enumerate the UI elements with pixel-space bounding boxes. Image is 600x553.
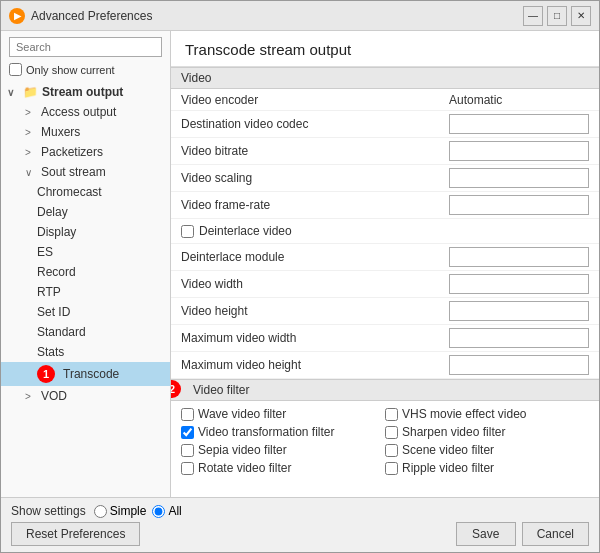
vlc-icon: ▶ xyxy=(9,8,25,24)
filter-item-ripple: Ripple video filter xyxy=(385,459,589,477)
scene-filter-checkbox[interactable] xyxy=(385,444,398,457)
reset-preferences-button[interactable]: Reset Preferences xyxy=(11,522,140,546)
expander-vod: > xyxy=(25,391,37,402)
sepia-filter-label: Sepia video filter xyxy=(198,443,287,457)
ripple-filter-checkbox[interactable] xyxy=(385,462,398,475)
dest-codec-input[interactable] xyxy=(449,114,589,134)
sidebar-item-record[interactable]: Record xyxy=(1,262,170,282)
transformation-filter-checkbox[interactable] xyxy=(181,426,194,439)
rotate-filter-label: Rotate video filter xyxy=(198,461,291,475)
sidebar-item-display-label: Display xyxy=(37,225,76,239)
rotate-filter-checkbox[interactable] xyxy=(181,462,194,475)
sidebar-item-chromecast-label: Chromecast xyxy=(37,185,102,199)
sidebar-item-vod[interactable]: > VOD xyxy=(1,386,170,406)
video-section-header: Video xyxy=(171,67,599,89)
filter-item-wave: Wave video filter xyxy=(181,405,385,423)
dest-codec-label: Destination video codec xyxy=(181,117,449,131)
sepia-filter-checkbox[interactable] xyxy=(181,444,194,457)
main-content: Only show current ∨ 📁 Stream output > Ac… xyxy=(1,31,599,497)
deinterlace-checkbox[interactable] xyxy=(181,225,194,238)
sidebar-item-stream-output[interactable]: ∨ 📁 Stream output xyxy=(1,82,170,102)
deinterlace-module-input[interactable] xyxy=(449,247,589,267)
sidebar-item-access-output-label: Access output xyxy=(41,105,116,119)
sidebar-item-chromecast[interactable]: Chromecast xyxy=(1,182,170,202)
title-bar-left: ▶ Advanced Preferences xyxy=(9,8,152,24)
transformation-filter-label: Video transformation filter xyxy=(198,425,335,439)
sidebar-item-delay[interactable]: Delay xyxy=(1,202,170,222)
setting-row-dest-codec: Destination video codec xyxy=(171,111,599,138)
sidebar-item-sout-stream[interactable]: ∨ Sout stream xyxy=(1,162,170,182)
deinterlace-label: Deinterlace video xyxy=(199,224,292,238)
video-bitrate-input[interactable] xyxy=(449,141,589,161)
sharpen-filter-checkbox[interactable] xyxy=(385,426,398,439)
sidebar-item-stream-output-label: Stream output xyxy=(42,85,123,99)
setting-row-deinterlace-module: Deinterlace module xyxy=(171,244,599,271)
max-video-height-label: Maximum video height xyxy=(181,358,449,372)
title-bar: ▶ Advanced Preferences — □ ✕ xyxy=(1,1,599,31)
simple-radio[interactable] xyxy=(94,505,107,518)
sidebar-item-stats-label: Stats xyxy=(37,345,64,359)
setting-row-deinterlace: Deinterlace video xyxy=(171,219,599,244)
radio-option-simple: Simple xyxy=(94,504,147,518)
sidebar-item-sout-stream-label: Sout stream xyxy=(41,165,106,179)
all-radio[interactable] xyxy=(152,505,165,518)
sidebar-item-standard[interactable]: Standard xyxy=(1,322,170,342)
video-width-input[interactable] xyxy=(449,274,589,294)
annotation-badge-2: 2 xyxy=(171,380,181,398)
tree: ∨ 📁 Stream output > Access output > Muxe… xyxy=(1,82,170,497)
save-button[interactable]: Save xyxy=(456,522,516,546)
sidebar-item-access-output[interactable]: > Access output xyxy=(1,102,170,122)
sidebar-item-packetizers[interactable]: > Packetizers xyxy=(1,142,170,162)
setting-row-video-bitrate: Video bitrate xyxy=(171,138,599,165)
sidebar-item-vod-label: VOD xyxy=(41,389,67,403)
expander-access-output: > xyxy=(25,107,37,118)
close-button[interactable]: ✕ xyxy=(571,6,591,26)
sidebar-item-standard-label: Standard xyxy=(37,325,86,339)
expander-muxers: > xyxy=(25,127,37,138)
sidebar-item-es[interactable]: ES xyxy=(1,242,170,262)
video-encoder-label: Video encoder xyxy=(181,93,449,107)
radio-group-settings: Simple All xyxy=(94,504,182,518)
max-video-width-input[interactable] xyxy=(449,328,589,348)
expander-packetizers: > xyxy=(25,147,37,158)
sidebar-item-muxers[interactable]: > Muxers xyxy=(1,122,170,142)
wave-filter-checkbox[interactable] xyxy=(181,408,194,421)
only-show-current-checkbox[interactable] xyxy=(9,63,22,76)
max-video-height-input[interactable] xyxy=(449,355,589,375)
filter-item-transformation: Video transformation filter xyxy=(181,423,385,441)
setting-row-video-height: Video height xyxy=(171,298,599,325)
bottom-bar: Show settings Simple All Reset Preferenc… xyxy=(1,497,599,552)
deinterlace-checkbox-row: Deinterlace video xyxy=(181,222,292,240)
left-panel: Only show current ∨ 📁 Stream output > Ac… xyxy=(1,31,171,497)
maximize-button[interactable]: □ xyxy=(547,6,567,26)
sidebar-item-rtp[interactable]: RTP xyxy=(1,282,170,302)
video-framerate-input[interactable] xyxy=(449,195,589,215)
sidebar-item-transcode[interactable]: 1 Transcode xyxy=(1,362,170,386)
page-title: Transcode stream output xyxy=(185,41,351,58)
window-title: Advanced Preferences xyxy=(31,9,152,23)
only-show-current-label: Only show current xyxy=(26,64,115,76)
video-height-input[interactable] xyxy=(449,301,589,321)
sidebar-item-stream-output-icon: 📁 xyxy=(23,85,38,99)
max-video-width-label: Maximum video width xyxy=(181,331,449,345)
setting-row-video-width: Video width xyxy=(171,271,599,298)
simple-radio-label: Simple xyxy=(110,504,147,518)
sidebar-item-set-id[interactable]: Set ID xyxy=(1,302,170,322)
minimize-button[interactable]: — xyxy=(523,6,543,26)
setting-row-max-video-height: Maximum video height xyxy=(171,352,599,379)
vhs-filter-checkbox[interactable] xyxy=(385,408,398,421)
sidebar-item-rtp-label: RTP xyxy=(37,285,61,299)
sharpen-filter-label: Sharpen video filter xyxy=(402,425,505,439)
filter-grid: Wave video filter VHS movie effect video… xyxy=(171,401,599,481)
right-panel: Transcode stream output Video Video enco… xyxy=(171,31,599,497)
setting-row-video-framerate: Video frame-rate xyxy=(171,192,599,219)
deinterlace-module-label: Deinterlace module xyxy=(181,250,449,264)
video-scaling-input[interactable] xyxy=(449,168,589,188)
sidebar-item-display[interactable]: Display xyxy=(1,222,170,242)
sidebar-item-muxers-label: Muxers xyxy=(41,125,80,139)
sidebar-item-set-id-label: Set ID xyxy=(37,305,70,319)
video-bitrate-label: Video bitrate xyxy=(181,144,449,158)
cancel-button[interactable]: Cancel xyxy=(522,522,589,546)
search-input[interactable] xyxy=(9,37,162,57)
sidebar-item-stats[interactable]: Stats xyxy=(1,342,170,362)
